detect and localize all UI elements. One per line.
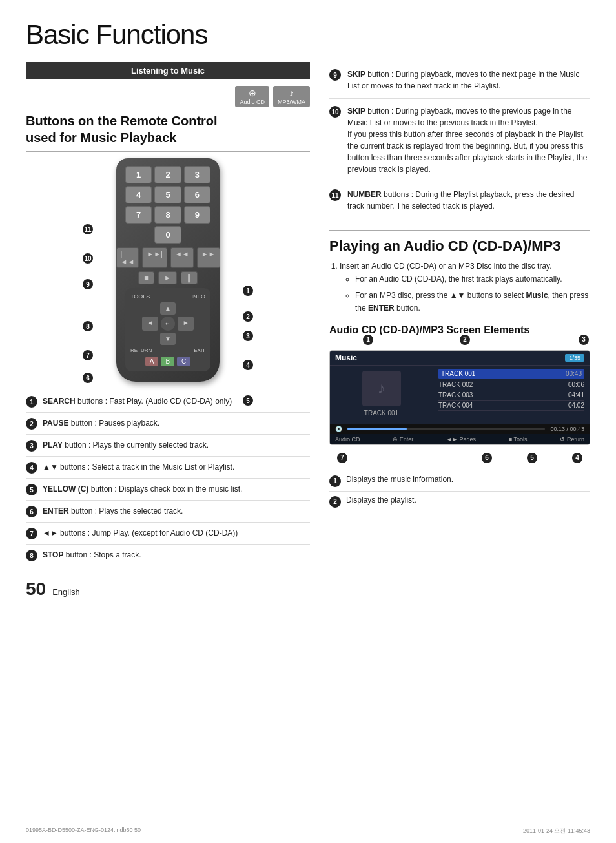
numpad: 1 2 3 4 5 6 7 8 9 0 xyxy=(125,166,210,244)
screen-desc-text-2: Displays the playlist. xyxy=(346,495,590,505)
left-column: Listening to Music ⊕ Audio CD ♪ MP3/WMA … xyxy=(26,62,310,566)
screen-desc-2: 2 Displays the playlist. xyxy=(329,492,590,512)
music-label: Music xyxy=(335,353,357,362)
desc-item-2: 2 PAUSE button : Pauses playback. xyxy=(26,413,310,435)
page-title: Basic Functions xyxy=(26,19,590,50)
color-buttons: A B C xyxy=(130,357,205,366)
section-header: Listening to Music xyxy=(26,62,310,79)
num-9: 9 xyxy=(184,206,210,224)
screen-topbar: Music 1/35 xyxy=(330,351,590,366)
progress-bar xyxy=(347,428,545,430)
screen-desc-list: 1 Displays the music information. 2 Disp… xyxy=(329,471,590,512)
callout-5: 5 xyxy=(241,394,254,407)
playlist-item-2: TRACK 00200:06 xyxy=(438,380,584,390)
desc-num-1: 1 xyxy=(26,396,37,408)
num-5: 5 xyxy=(154,186,181,203)
playback-buttons: ■ ► ║ xyxy=(125,271,210,284)
num-0: 0 xyxy=(154,226,181,244)
nav-enter-btn: ↵ xyxy=(161,317,175,331)
screen-desc-1: 1 Displays the music information. xyxy=(329,471,590,492)
audio-cd-icon: ⊕ Audio CD xyxy=(235,86,269,107)
footer-date: 2011-01-24 오전 11:45:43 xyxy=(523,827,590,835)
desc-num-4: 4 xyxy=(26,462,37,474)
desc-item-1: 1 SEARCH buttons : Fast Play. (Audio CD … xyxy=(26,391,310,413)
screen-inner: Music 1/35 ♪ TRACK 001 xyxy=(330,351,590,444)
footer-enter: ⊕ Enter xyxy=(393,436,413,442)
btn-b: B xyxy=(161,357,174,366)
desc-text-2: PAUSE button : Pauses playback. xyxy=(43,417,310,429)
nav-bottom-labels: RETURN EXIT xyxy=(130,348,205,353)
nav-right-btn: ► xyxy=(178,317,194,331)
nav-up-btn: ▲ xyxy=(160,302,176,315)
callout-4: 4 xyxy=(241,359,254,371)
desc-item-8: 8 STOP button : Stops a track. xyxy=(26,545,310,566)
desc-num-9: 9 xyxy=(329,69,341,81)
desc-num-8: 8 xyxy=(26,550,37,561)
buttons-section-title: Buttons on the Remote Control used for M… xyxy=(26,112,310,146)
num-6: 6 xyxy=(184,186,210,203)
desc-text-9: SKIP button : During playback, moves to … xyxy=(347,68,590,92)
screen-callout-5: 5 xyxy=(526,452,539,464)
track-label: TRACK 001 xyxy=(335,410,427,417)
desc-num-11: 11 xyxy=(329,189,341,201)
time-display: 00:13 / 00:43 xyxy=(550,426,584,432)
skip-next-btn: ►►| xyxy=(142,247,167,268)
playing-section-title: Playing an Audio CD (CD-DA)/MP3 xyxy=(329,230,590,255)
pause-btn: ║ xyxy=(181,271,198,284)
page-language: English xyxy=(52,587,80,597)
desc-num-3: 3 xyxy=(26,440,37,452)
button-descriptions-list: 1 SEARCH buttons : Fast Play. (Audio CD … xyxy=(26,391,310,566)
screen-callout-3: 3 xyxy=(577,333,590,346)
right-column: 9 SKIP button : During playback, moves t… xyxy=(329,62,590,566)
screen-playback-bar: 💿 00:13 / 00:43 xyxy=(330,424,590,434)
screen-callout-1: 1 xyxy=(362,333,375,346)
desc-num-7: 7 xyxy=(26,528,37,539)
page-footer: 50 English xyxy=(26,579,590,599)
screen-callout-6: 6 xyxy=(480,452,493,464)
nav-left-btn: ◄ xyxy=(142,317,158,331)
desc-num-2: 2 xyxy=(26,418,37,430)
cd-icon: 💿 xyxy=(335,426,342,432)
footer-return: ↺ Return xyxy=(560,436,584,442)
screen-diagram: Music 1/35 ♪ TRACK 001 xyxy=(329,350,590,445)
footer-meta: 01995A-BD-D5500-ZA-ENG-0124.indb50 50 20… xyxy=(26,824,590,835)
screen-callout-2: 2 xyxy=(458,333,471,346)
right-descriptions-list: 9 SKIP button : During playback, moves t… xyxy=(329,62,590,218)
skip-prev-btn: |◄◄ xyxy=(116,247,139,268)
callout-7: 7 xyxy=(81,349,94,362)
remote-body: 1 2 3 4 5 6 7 8 9 0 | xyxy=(116,158,220,382)
callout-1: 1 xyxy=(241,284,254,297)
fwd-btn: ►► xyxy=(197,247,220,268)
screen-desc-num-2: 2 xyxy=(329,496,341,508)
remote-diagram: 1 2 3 4 5 6 7 8 9 0 | xyxy=(26,158,310,382)
playlist-item-3: TRACK 00304:41 xyxy=(438,390,584,401)
progress-fill xyxy=(347,428,407,430)
playlist-item-4: TRACK 00404:02 xyxy=(438,401,584,411)
num-1: 1 xyxy=(125,166,152,183)
desc-text-3: PLAY button : Plays the currently select… xyxy=(43,439,310,451)
desc-text-10: SKIP button : During playback, moves to … xyxy=(347,105,590,175)
screen-diagram-wrap: 1 2 3 Music 1/35 ♪ xyxy=(329,341,590,464)
btn-a: A xyxy=(145,357,159,366)
desc-item-4: 4 ▲▼ buttons : Select a track in the Mus… xyxy=(26,457,310,479)
screen-badge: 1/35 xyxy=(565,354,584,362)
desc-item-11: 11 NUMBER buttons : During the Playlist … xyxy=(329,182,590,218)
num-2: 2 xyxy=(154,166,181,183)
callout-11: 11 xyxy=(81,223,94,236)
screen-footer: Audio CD ⊕ Enter ◄► Pages ■ Tools ↺ Retu… xyxy=(330,434,590,444)
num-7: 7 xyxy=(125,206,152,224)
footer-pages: ◄► Pages xyxy=(446,436,476,442)
callout-3: 3 xyxy=(241,329,254,342)
callout-10: 10 xyxy=(81,252,94,265)
desc-item-9: 9 SKIP button : During playback, moves t… xyxy=(329,62,590,99)
footer-audio-cd: Audio CD xyxy=(335,436,360,442)
rew-btn: ◄◄ xyxy=(170,247,194,268)
desc-num-5: 5 xyxy=(26,484,37,495)
desc-text-8: STOP button : Stops a track. xyxy=(43,549,310,561)
nav-section: TOOLS INFO ▲ ◄ ↵ ► ▼ xyxy=(125,288,210,371)
screen-callout-4: 4 xyxy=(571,452,584,464)
page-number: 50 xyxy=(26,579,46,599)
desc-item-6: 6 ENTER button : Plays the selected trac… xyxy=(26,501,310,523)
desc-num-10: 10 xyxy=(329,106,341,118)
track-thumbnail: ♪ xyxy=(362,371,401,406)
